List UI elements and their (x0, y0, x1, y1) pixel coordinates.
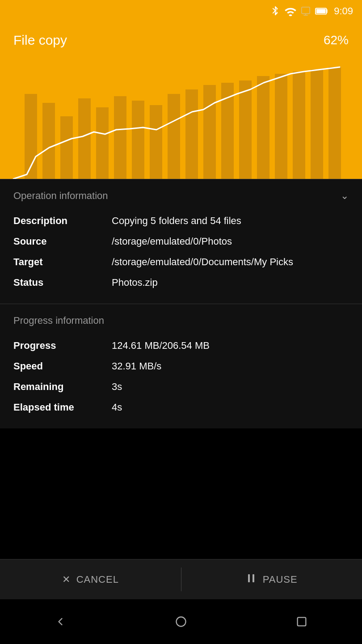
nav-home-button[interactable] (161, 611, 201, 632)
progress-percent: 62% (324, 33, 349, 47)
value-speed: 32.91 MB/s (112, 360, 349, 372)
label-source: Source (13, 236, 112, 247)
operation-info-section: Operation information ⌄ Description Copy… (0, 179, 362, 304)
svg-rect-22 (253, 574, 254, 582)
value-description: Copying 5 folders and 54 files (112, 215, 349, 227)
progress-info-header: Progress information (13, 315, 349, 326)
back-icon (54, 615, 67, 628)
chart-area (0, 58, 362, 179)
svg-rect-6 (78, 98, 91, 179)
cancel-icon: ✕ (62, 574, 70, 585)
svg-rect-5 (60, 116, 73, 179)
info-row-progress: Progress 124.61 MB/206.54 MB (13, 335, 349, 356)
recents-icon (295, 615, 308, 628)
info-row-target: Target /storage/emulated/0/Documents/My … (13, 252, 349, 272)
speed-chart (0, 58, 362, 179)
value-source: /storage/emulated/0/Photos (112, 236, 349, 247)
status-bar: 9:09 (0, 0, 362, 22)
svg-rect-7 (96, 107, 109, 179)
label-progress: Progress (13, 340, 112, 352)
svg-rect-11 (168, 94, 180, 179)
label-description: Description (13, 215, 112, 227)
svg-rect-13 (203, 85, 216, 179)
battery-icon (315, 7, 328, 15)
wifi-icon (285, 6, 296, 16)
svg-rect-18 (293, 72, 305, 179)
operation-info-title: Operation information (13, 190, 108, 202)
info-row-speed: Speed 32.91 MB/s (13, 356, 349, 377)
value-status: Photos.zip (112, 277, 349, 288)
svg-rect-2 (316, 9, 326, 13)
value-remaining: 3s (112, 381, 349, 393)
pause-label: PAUSE (263, 574, 298, 585)
svg-rect-0 (302, 7, 310, 14)
svg-rect-20 (328, 67, 341, 179)
app-header: File copy 62% (0, 22, 362, 58)
info-row-status: Status Photos.zip (13, 272, 349, 293)
info-row-source: Source /storage/emulated/0/Photos (13, 231, 349, 252)
svg-rect-12 (185, 89, 198, 179)
chevron-down-icon: ⌄ (341, 190, 349, 202)
label-elapsed: Elapsed time (13, 402, 112, 413)
svg-rect-15 (239, 80, 252, 179)
signal-icon (301, 6, 311, 16)
svg-rect-4 (42, 103, 55, 179)
svg-rect-19 (311, 69, 323, 179)
status-icons (270, 5, 328, 17)
app-title: File copy (13, 33, 67, 48)
bottom-actions: ✕ CANCEL PAUSE (0, 559, 362, 599)
progress-info-section: Progress information Progress 124.61 MB/… (0, 304, 362, 428)
label-remaining: Remaining (13, 381, 112, 393)
svg-rect-9 (132, 101, 144, 179)
value-elapsed: 4s (112, 402, 349, 413)
pause-icon (246, 573, 257, 586)
svg-rect-21 (248, 574, 250, 582)
cancel-button[interactable]: ✕ CANCEL (0, 559, 181, 599)
info-row-remaining: Remaining 3s (13, 377, 349, 397)
cancel-label: CANCEL (76, 574, 119, 585)
status-time: 9:09 (334, 5, 353, 17)
nav-bar (0, 599, 362, 644)
operation-info-header[interactable]: Operation information ⌄ (13, 190, 349, 202)
label-target: Target (13, 256, 112, 268)
nav-back-button[interactable] (41, 611, 80, 632)
info-row-description: Description Copying 5 folders and 54 fil… (13, 211, 349, 231)
svg-rect-24 (298, 618, 306, 626)
nav-recents-button[interactable] (282, 611, 321, 632)
svg-rect-10 (150, 105, 162, 179)
svg-rect-8 (114, 96, 126, 179)
svg-point-23 (177, 617, 186, 627)
value-target: /storage/emulated/0/Documents/My Picks (112, 256, 349, 268)
value-progress: 124.61 MB/206.54 MB (112, 340, 349, 352)
label-speed: Speed (13, 360, 112, 372)
svg-rect-16 (257, 76, 269, 179)
bluetooth-icon (270, 5, 280, 17)
home-icon (175, 615, 187, 628)
info-row-elapsed: Elapsed time 4s (13, 397, 349, 418)
svg-rect-17 (275, 74, 287, 179)
progress-info-title: Progress information (13, 315, 104, 326)
label-status: Status (13, 277, 112, 288)
pause-button[interactable]: PAUSE (181, 559, 362, 599)
